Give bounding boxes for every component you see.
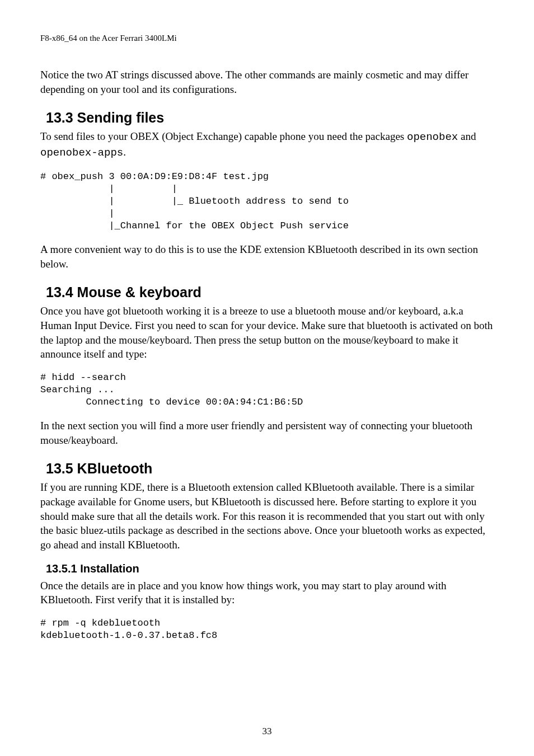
code-block-hidd: # hidd --search Searching ... Connecting… — [40, 372, 494, 408]
section-13-5-heading: 13.5 KBluetooth — [40, 461, 494, 477]
text-fragment: and — [458, 130, 476, 142]
package-openobex: openobex — [407, 131, 458, 143]
section-13-4-heading: 13.4 Mouse & keyboard — [40, 284, 494, 300]
code-block-rpm: # rpm -q kdebluetooth kdebluetooth-1.0-0… — [40, 617, 494, 642]
section-13-4-paragraph: Once you have got bluetooth working it i… — [40, 304, 494, 361]
intro-paragraph: Notice the two AT strings discussed abov… — [40, 68, 494, 96]
running-header: F8-x86_64 on the Acer Ferrari 3400LMi — [40, 34, 494, 43]
text-fragment: . — [123, 146, 126, 158]
page-number: 33 — [0, 726, 534, 737]
text-fragment: To send files to your OBEX (Object Excha… — [40, 130, 407, 142]
section-13-3-after-paragraph: A more convenient way to do this is to u… — [40, 242, 494, 271]
section-13-4-after-paragraph: In the next section you will find a more… — [40, 419, 494, 447]
section-13-3-heading: 13.3 Sending files — [40, 110, 494, 126]
section-13-3-paragraph: To send files to your OBEX (Object Excha… — [40, 129, 494, 160]
section-13-5-1-paragraph: Once the details are in place and you kn… — [40, 579, 494, 607]
section-13-5-paragraph: If you are running KDE, there is a Bluet… — [40, 480, 494, 552]
section-13-5-1-heading: 13.5.1 Installation — [40, 562, 494, 575]
code-block-obex-push: # obex_push 3 00:0A:D9:E9:D8:4F test.jpg… — [40, 171, 494, 232]
document-page: F8-x86_64 on the Acer Ferrari 3400LMi No… — [0, 0, 534, 756]
package-openobex-apps: openobex-apps — [40, 147, 123, 159]
